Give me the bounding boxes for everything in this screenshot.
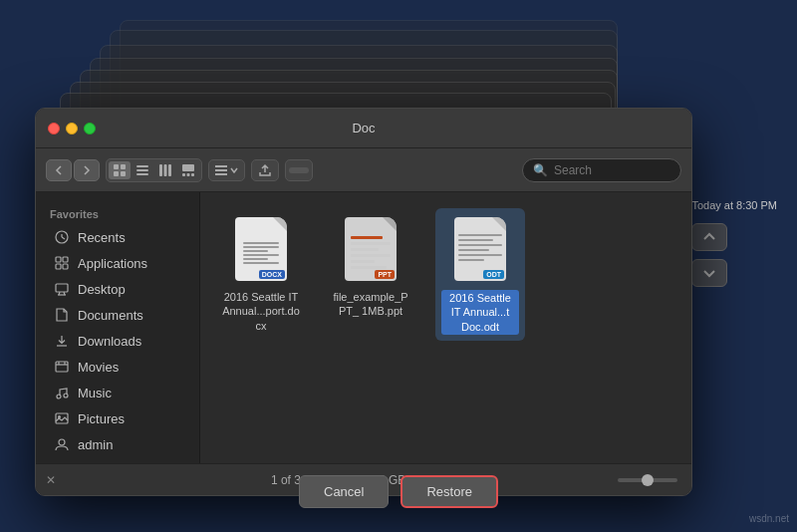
time-label: Today at 8:30 PM — [691, 199, 777, 211]
time-notification: Today at 8:30 PM — [691, 199, 777, 287]
slider-thumb — [642, 474, 654, 486]
minimize-button[interactable] — [66, 123, 78, 134]
file-name-ppt: file_example_PPT_ 1MB.ppt — [332, 290, 409, 319]
restore-button[interactable]: Restore — [400, 475, 498, 508]
svg-rect-22 — [63, 257, 68, 262]
pictures-label: Pictures — [78, 411, 125, 426]
music-label: Music — [78, 386, 112, 400]
downloads-label: Downloads — [78, 334, 141, 349]
gallery-view-button[interactable] — [177, 161, 199, 179]
admin-label: admin — [78, 437, 113, 452]
sidebar-item-music[interactable]: Music — [40, 380, 195, 405]
sidebar-item-movies[interactable]: Movies — [40, 354, 195, 380]
forward-button[interactable] — [74, 159, 100, 181]
svg-rect-5 — [136, 169, 148, 171]
svg-rect-15 — [215, 169, 227, 171]
file-item-docx[interactable]: DOCX 2016 Seattle IT Annual...port.docx — [216, 208, 306, 341]
sidebar-item-desktop[interactable]: Desktop — [40, 276, 195, 302]
svg-rect-30 — [56, 362, 68, 372]
svg-rect-21 — [56, 257, 61, 262]
recents-label: Recents — [78, 230, 126, 245]
more-button[interactable] — [285, 159, 313, 181]
recents-icon — [54, 229, 70, 245]
icon-view-button[interactable] — [109, 161, 131, 179]
view-buttons — [106, 158, 202, 182]
svg-rect-23 — [56, 264, 61, 269]
list-view-button[interactable] — [132, 161, 153, 179]
back-button[interactable] — [46, 159, 72, 181]
file-icon-ppt: PPT — [341, 214, 400, 284]
zoom-slider[interactable] — [618, 478, 677, 482]
svg-line-20 — [62, 237, 65, 239]
sidebar-item-documents[interactable]: Documents — [40, 302, 195, 328]
applications-icon — [54, 255, 70, 271]
file-item-ppt[interactable]: PPT file_example_PPT_ 1MB.ppt — [326, 208, 415, 341]
titlebar: Doc — [36, 109, 691, 148]
sidebar-item-applications[interactable]: Applications — [40, 250, 195, 276]
svg-point-38 — [59, 439, 65, 445]
svg-rect-8 — [164, 164, 167, 176]
column-view-button[interactable] — [154, 161, 176, 179]
search-icon: 🔍 — [533, 163, 548, 177]
svg-rect-9 — [168, 164, 171, 176]
chevron-up-icon — [702, 230, 716, 244]
toolbar: 🔍 — [36, 148, 691, 192]
notif-down-button[interactable] — [691, 259, 727, 287]
nav-buttons — [46, 159, 100, 181]
svg-point-34 — [57, 395, 61, 399]
dialog-footer: Cancel Restore — [299, 475, 498, 508]
movies-icon — [54, 359, 70, 375]
documents-label: Documents — [78, 308, 143, 323]
file-grid: DOCX 2016 Seattle IT Annual...port.docx — [200, 192, 691, 463]
finder-dialog: Doc — [35, 108, 692, 496]
svg-rect-7 — [159, 164, 162, 176]
notif-up-button[interactable] — [691, 223, 727, 251]
svg-rect-3 — [121, 171, 126, 176]
favorites-label: Favorites — [36, 202, 199, 224]
svg-rect-0 — [114, 164, 119, 169]
search-box[interactable]: 🔍 — [522, 158, 681, 182]
sidebar-item-admin[interactable]: admin — [40, 431, 195, 457]
svg-rect-13 — [191, 173, 194, 176]
pictures-icon — [54, 410, 70, 426]
arrange-button[interactable] — [208, 159, 245, 181]
slider-track — [618, 478, 677, 482]
file-item-odt[interactable]: ODT 2016 Seattle IT Annual...t Doc.odt — [435, 208, 525, 341]
svg-rect-17 — [289, 167, 309, 173]
svg-rect-2 — [114, 171, 119, 176]
sidebar-item-pictures[interactable]: Pictures — [40, 405, 195, 431]
admin-icon — [54, 436, 70, 452]
applications-label: Applications — [78, 256, 147, 271]
svg-rect-12 — [187, 173, 190, 176]
svg-rect-24 — [63, 264, 68, 269]
sidebar: Favorites Recents Applications Desktop — [36, 192, 200, 463]
documents-icon — [54, 307, 70, 323]
svg-point-37 — [58, 415, 61, 418]
svg-rect-4 — [136, 165, 148, 167]
close-x[interactable]: ✕ — [46, 473, 56, 487]
desktop-icon — [54, 281, 70, 297]
file-name-docx: 2016 Seattle IT Annual...port.docx — [222, 290, 300, 333]
svg-rect-1 — [121, 164, 126, 169]
svg-rect-25 — [56, 284, 68, 292]
file-icon-docx: DOCX — [231, 214, 291, 284]
zoom-button[interactable] — [84, 123, 96, 134]
cancel-button[interactable]: Cancel — [299, 475, 389, 508]
desktop-label: Desktop — [78, 282, 126, 297]
downloads-icon — [54, 333, 70, 349]
music-icon — [54, 385, 70, 400]
svg-rect-6 — [136, 173, 148, 175]
svg-rect-11 — [182, 173, 185, 176]
svg-rect-14 — [215, 165, 227, 167]
svg-rect-10 — [182, 164, 194, 171]
sidebar-item-downloads[interactable]: Downloads — [40, 328, 195, 354]
file-icon-odt: ODT — [450, 214, 510, 284]
window-title: Doc — [352, 121, 375, 135]
share-button[interactable] — [251, 159, 279, 181]
close-button[interactable] — [48, 123, 60, 134]
sidebar-item-recents[interactable]: Recents — [40, 224, 195, 250]
content-area: Favorites Recents Applications Desktop — [36, 192, 691, 463]
traffic-lights — [48, 123, 96, 134]
svg-rect-16 — [215, 173, 227, 175]
search-input[interactable] — [554, 163, 670, 177]
